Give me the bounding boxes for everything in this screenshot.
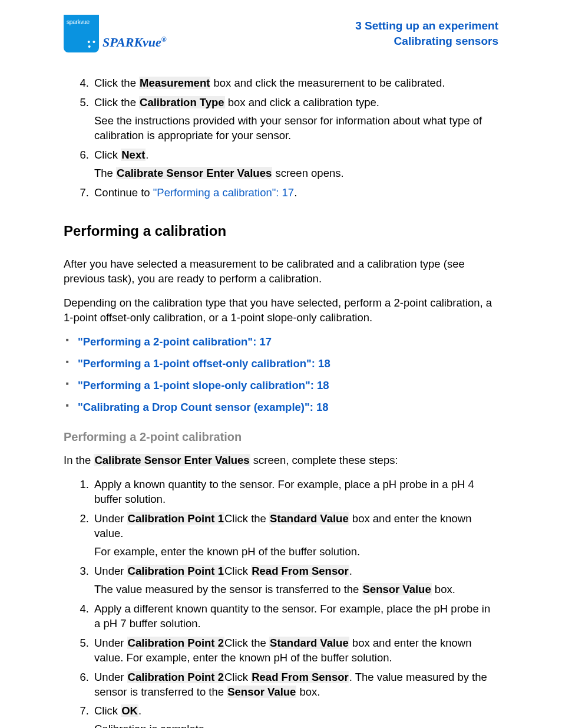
body-paragraph: After you have selected a measurement to… [64, 257, 498, 286]
list-item: Click the Calibration Type box and click… [92, 95, 498, 143]
ui-term: Standard Value [269, 512, 349, 525]
ui-term: Sensor Value [362, 583, 432, 595]
step-text: Click [224, 565, 251, 577]
logo-brand-text: sparkvue [67, 19, 90, 25]
list-item: Under Calibration Point 1Click Read From… [92, 564, 498, 597]
step-text: . [138, 704, 141, 717]
list-item: Apply a known quantity to the sensor. Fo… [92, 477, 498, 507]
ui-term: Calibrate Sensor Enter Values [94, 454, 250, 466]
ui-term: Sensor Value [227, 686, 296, 698]
step-text: Click the [94, 96, 139, 108]
ui-term: Read From Sensor [251, 565, 349, 577]
header-right: 3 Setting up an experiment Calibrating s… [355, 15, 498, 48]
step-text: Click the [224, 512, 269, 525]
product-name: SPARKvue® [103, 34, 167, 52]
step-note: Calibration is complete. [94, 722, 498, 728]
note-text: box. [432, 583, 455, 595]
step-text: Continue to [94, 186, 153, 199]
list-item: Under Calibration Point 2Click the Stand… [92, 636, 498, 666]
page-header: sparkvue • •• SPARKvue® 3 Setting up an … [64, 15, 498, 52]
ui-term: OK [121, 704, 138, 717]
ui-term: Calibration Point 1 [127, 565, 224, 577]
step-text: Under [94, 637, 127, 649]
ui-term: Measurement [139, 77, 210, 89]
ui-term: Standard Value [269, 637, 349, 649]
cross-reference-link[interactable]: "Performing a calibration": 17 [153, 186, 294, 199]
step-text: box. [296, 686, 320, 698]
step-text: Under [94, 671, 127, 683]
sparkvue-logo-icon: sparkvue • •• [64, 15, 99, 52]
chapter-title: 3 Setting up an experiment [355, 18, 498, 34]
step-note: The Calibrate Sensor Enter Values screen… [94, 166, 498, 181]
header-left: sparkvue • •• SPARKvue® [64, 15, 167, 52]
cross-reference-link[interactable]: "Calibrating a Drop Count sensor (exampl… [78, 400, 498, 415]
intro-text: screen, complete these steps: [250, 454, 398, 466]
ui-term: Next [121, 149, 146, 161]
subsection-intro: In the Calibrate Sensor Enter Values scr… [64, 453, 498, 468]
list-item: Click OK. Calibration is complete. [92, 704, 498, 728]
step-text: Under [94, 565, 127, 577]
note-text: screen opens. [272, 167, 343, 179]
step-note: See the instructions provided with your … [94, 114, 498, 143]
section-heading: Performing a calibration [64, 222, 498, 241]
ui-term: Calibration Type [139, 96, 225, 108]
note-text: The value measured by the sensor is tran… [94, 583, 362, 595]
subsection-heading: Performing a 2-point calibration [64, 429, 498, 445]
list-item: Apply a different known quantity to the … [92, 602, 498, 631]
cross-reference-link[interactable]: "Performing a 2-point calibration": 17 [78, 335, 498, 350]
step-note: For example, enter the known pH of the b… [94, 545, 498, 559]
step-text: Click the [94, 77, 139, 89]
list-item: Under Calibration Point 2Click Read From… [92, 670, 498, 700]
ui-term: Calibration Point 2 [127, 637, 224, 649]
logo-dots-icon: • •• [87, 39, 95, 49]
continuation-steps-list: Click the Measurement box and click the … [64, 76, 498, 200]
list-item: Under Calibration Point 1Click the Stand… [92, 512, 498, 559]
intro-text: In the [64, 454, 94, 466]
step-note: The value measured by the sensor is tran… [94, 582, 498, 597]
list-item: Click the Measurement box and click the … [92, 76, 498, 91]
product-name-text: SPARKvue [103, 35, 161, 50]
section-title: Calibrating sensors [355, 34, 498, 49]
body-paragraph: Depending on the calibration type that y… [64, 296, 498, 325]
list-item: Click Next. The Calibrate Sensor Enter V… [92, 148, 498, 181]
list-item: Continue to "Performing a calibration": … [92, 186, 498, 200]
ui-term: Calibration Point 1 [127, 512, 224, 525]
step-text: box and click a calibration type. [225, 96, 379, 108]
ui-term: Calibrate Sensor Enter Values [116, 167, 272, 179]
step-text: . [294, 186, 297, 199]
ui-term: Read From Sensor [251, 671, 349, 683]
step-text: box and click the measurement to be cali… [210, 77, 445, 89]
ui-term: Calibration Point 2 [127, 671, 224, 683]
cross-reference-link[interactable]: "Performing a 1-point offset-only calibr… [78, 357, 498, 371]
two-point-steps-list: Apply a known quantity to the sensor. Fo… [64, 477, 498, 728]
step-text: Click [94, 149, 121, 161]
xref-list: "Performing a 2-point calibration": 17 "… [64, 335, 498, 415]
step-text: Click the [224, 637, 269, 649]
step-text: . [349, 565, 352, 577]
step-text: Click [224, 671, 251, 683]
step-text: Click [94, 704, 121, 717]
trademark-symbol: ® [161, 35, 167, 44]
cross-reference-link[interactable]: "Performing a 1-point slope-only calibra… [78, 378, 498, 393]
step-text: . [146, 149, 148, 161]
note-text: The [94, 167, 116, 179]
step-text: Under [94, 512, 127, 525]
